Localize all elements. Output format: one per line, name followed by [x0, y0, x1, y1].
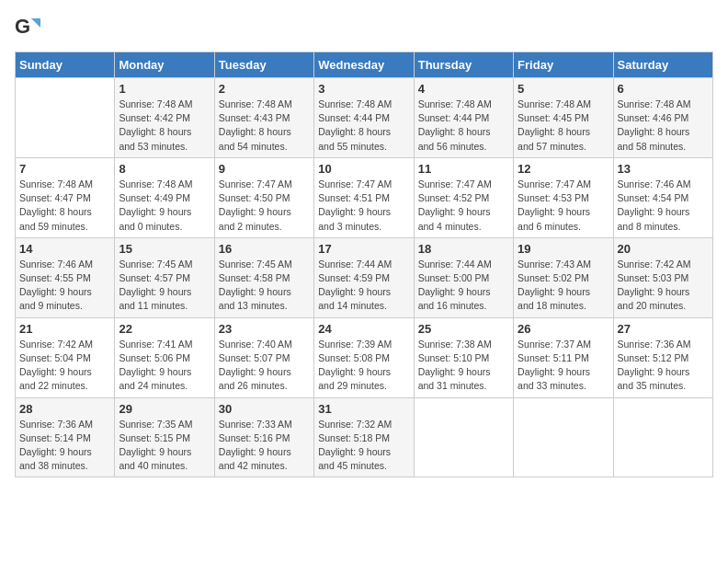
day-info: Sunrise: 7:39 AM Sunset: 5:08 PM Dayligh…: [318, 338, 409, 394]
day-info: Sunrise: 7:47 AM Sunset: 4:52 PM Dayligh…: [418, 178, 509, 234]
day-info: Sunrise: 7:45 AM Sunset: 4:57 PM Dayligh…: [119, 258, 210, 314]
day-number: 20: [618, 242, 709, 256]
day-info: Sunrise: 7:48 AM Sunset: 4:44 PM Dayligh…: [418, 98, 509, 154]
week-row-4: 21Sunrise: 7:42 AM Sunset: 5:04 PM Dayli…: [16, 317, 713, 397]
day-number: 10: [318, 162, 409, 176]
day-cell: 12Sunrise: 7:47 AM Sunset: 4:53 PM Dayli…: [514, 157, 613, 237]
day-number: 1: [119, 82, 210, 96]
day-info: Sunrise: 7:36 AM Sunset: 5:14 PM Dayligh…: [19, 418, 110, 474]
page-header: G: [15, 15, 713, 40]
day-number: 9: [219, 162, 310, 176]
day-number: 17: [318, 242, 409, 256]
header-cell-sunday: Sunday: [16, 52, 115, 78]
day-info: Sunrise: 7:47 AM Sunset: 4:51 PM Dayligh…: [318, 178, 409, 234]
day-info: Sunrise: 7:42 AM Sunset: 5:03 PM Dayligh…: [618, 258, 709, 314]
day-info: Sunrise: 7:36 AM Sunset: 5:12 PM Dayligh…: [618, 338, 709, 394]
day-number: 3: [318, 82, 409, 96]
header-cell-friday: Friday: [514, 52, 613, 78]
day-info: Sunrise: 7:48 AM Sunset: 4:47 PM Dayligh…: [19, 178, 110, 234]
day-number: 6: [618, 82, 709, 96]
day-number: 25: [418, 322, 509, 336]
week-row-5: 28Sunrise: 7:36 AM Sunset: 5:14 PM Dayli…: [16, 397, 713, 477]
day-cell: 10Sunrise: 7:47 AM Sunset: 4:51 PM Dayli…: [314, 157, 414, 237]
logo: G: [15, 15, 44, 40]
day-number: 30: [219, 402, 310, 416]
day-cell: 23Sunrise: 7:40 AM Sunset: 5:07 PM Dayli…: [214, 317, 313, 397]
header-cell-saturday: Saturday: [613, 52, 712, 78]
day-number: 26: [518, 322, 609, 336]
day-number: 5: [518, 82, 609, 96]
day-info: Sunrise: 7:35 AM Sunset: 5:15 PM Dayligh…: [119, 418, 210, 474]
day-cell: 7Sunrise: 7:48 AM Sunset: 4:47 PM Daylig…: [16, 157, 115, 237]
day-number: 11: [418, 162, 509, 176]
day-cell: 1Sunrise: 7:48 AM Sunset: 4:42 PM Daylig…: [115, 78, 214, 158]
day-number: 15: [119, 242, 210, 256]
day-cell: 19Sunrise: 7:43 AM Sunset: 5:02 PM Dayli…: [514, 237, 613, 317]
day-info: Sunrise: 7:48 AM Sunset: 4:42 PM Dayligh…: [119, 98, 210, 154]
day-info: Sunrise: 7:41 AM Sunset: 5:06 PM Dayligh…: [119, 338, 210, 394]
day-number: 7: [19, 162, 110, 176]
day-info: Sunrise: 7:33 AM Sunset: 5:16 PM Dayligh…: [219, 418, 310, 474]
day-cell: 24Sunrise: 7:39 AM Sunset: 5:08 PM Dayli…: [314, 317, 414, 397]
day-info: Sunrise: 7:32 AM Sunset: 5:18 PM Dayligh…: [318, 418, 409, 474]
day-cell: [514, 397, 613, 477]
logo-icon: G: [15, 15, 40, 40]
day-cell: 26Sunrise: 7:37 AM Sunset: 5:11 PM Dayli…: [514, 317, 613, 397]
day-cell: 25Sunrise: 7:38 AM Sunset: 5:10 PM Dayli…: [414, 317, 513, 397]
day-info: Sunrise: 7:44 AM Sunset: 4:59 PM Dayligh…: [318, 258, 409, 314]
day-number: 24: [318, 322, 409, 336]
day-info: Sunrise: 7:48 AM Sunset: 4:44 PM Dayligh…: [318, 98, 409, 154]
day-info: Sunrise: 7:43 AM Sunset: 5:02 PM Dayligh…: [518, 258, 609, 314]
day-number: 31: [318, 402, 409, 416]
day-number: 18: [418, 242, 509, 256]
day-number: 14: [19, 242, 110, 256]
day-cell: 13Sunrise: 7:46 AM Sunset: 4:54 PM Dayli…: [613, 157, 712, 237]
day-info: Sunrise: 7:47 AM Sunset: 4:50 PM Dayligh…: [219, 178, 310, 234]
day-info: Sunrise: 7:48 AM Sunset: 4:43 PM Dayligh…: [219, 98, 310, 154]
day-cell: [414, 397, 513, 477]
day-number: 28: [19, 402, 110, 416]
day-number: 4: [418, 82, 509, 96]
day-info: Sunrise: 7:38 AM Sunset: 5:10 PM Dayligh…: [418, 338, 509, 394]
week-row-2: 7Sunrise: 7:48 AM Sunset: 4:47 PM Daylig…: [16, 157, 713, 237]
day-cell: 27Sunrise: 7:36 AM Sunset: 5:12 PM Dayli…: [613, 317, 712, 397]
day-cell: 14Sunrise: 7:46 AM Sunset: 4:55 PM Dayli…: [16, 237, 115, 317]
day-number: 8: [119, 162, 210, 176]
header-cell-monday: Monday: [115, 52, 214, 78]
day-number: 22: [119, 322, 210, 336]
day-number: 13: [618, 162, 709, 176]
day-cell: 21Sunrise: 7:42 AM Sunset: 5:04 PM Dayli…: [16, 317, 115, 397]
day-cell: 11Sunrise: 7:47 AM Sunset: 4:52 PM Dayli…: [414, 157, 513, 237]
calendar-table: SundayMondayTuesdayWednesdayThursdayFrid…: [15, 52, 713, 477]
day-cell: 8Sunrise: 7:48 AM Sunset: 4:49 PM Daylig…: [115, 157, 214, 237]
day-cell: 9Sunrise: 7:47 AM Sunset: 4:50 PM Daylig…: [214, 157, 313, 237]
day-cell: 4Sunrise: 7:48 AM Sunset: 4:44 PM Daylig…: [414, 78, 513, 158]
day-cell: 30Sunrise: 7:33 AM Sunset: 5:16 PM Dayli…: [214, 397, 313, 477]
day-cell: 28Sunrise: 7:36 AM Sunset: 5:14 PM Dayli…: [16, 397, 115, 477]
day-info: Sunrise: 7:47 AM Sunset: 4:53 PM Dayligh…: [518, 178, 609, 234]
header-row: SundayMondayTuesdayWednesdayThursdayFrid…: [16, 52, 713, 78]
day-cell: 18Sunrise: 7:44 AM Sunset: 5:00 PM Dayli…: [414, 237, 513, 317]
day-cell: [613, 397, 712, 477]
day-cell: 22Sunrise: 7:41 AM Sunset: 5:06 PM Dayli…: [115, 317, 214, 397]
day-cell: 31Sunrise: 7:32 AM Sunset: 5:18 PM Dayli…: [314, 397, 414, 477]
day-info: Sunrise: 7:48 AM Sunset: 4:49 PM Dayligh…: [119, 178, 210, 234]
day-info: Sunrise: 7:42 AM Sunset: 5:04 PM Dayligh…: [19, 338, 110, 394]
day-cell: 17Sunrise: 7:44 AM Sunset: 4:59 PM Dayli…: [314, 237, 414, 317]
day-cell: [16, 78, 115, 158]
header-cell-tuesday: Tuesday: [214, 52, 313, 78]
day-cell: 6Sunrise: 7:48 AM Sunset: 4:46 PM Daylig…: [613, 78, 712, 158]
day-info: Sunrise: 7:45 AM Sunset: 4:58 PM Dayligh…: [219, 258, 310, 314]
day-number: 21: [19, 322, 110, 336]
day-cell: 29Sunrise: 7:35 AM Sunset: 5:15 PM Dayli…: [115, 397, 214, 477]
day-number: 27: [618, 322, 709, 336]
svg-text:G: G: [15, 15, 30, 38]
header-cell-thursday: Thursday: [414, 52, 513, 78]
day-cell: 3Sunrise: 7:48 AM Sunset: 4:44 PM Daylig…: [314, 78, 414, 158]
day-cell: 20Sunrise: 7:42 AM Sunset: 5:03 PM Dayli…: [613, 237, 712, 317]
day-number: 16: [219, 242, 310, 256]
day-info: Sunrise: 7:44 AM Sunset: 5:00 PM Dayligh…: [418, 258, 509, 314]
week-row-3: 14Sunrise: 7:46 AM Sunset: 4:55 PM Dayli…: [16, 237, 713, 317]
day-cell: 2Sunrise: 7:48 AM Sunset: 4:43 PM Daylig…: [214, 78, 313, 158]
day-number: 12: [518, 162, 609, 176]
